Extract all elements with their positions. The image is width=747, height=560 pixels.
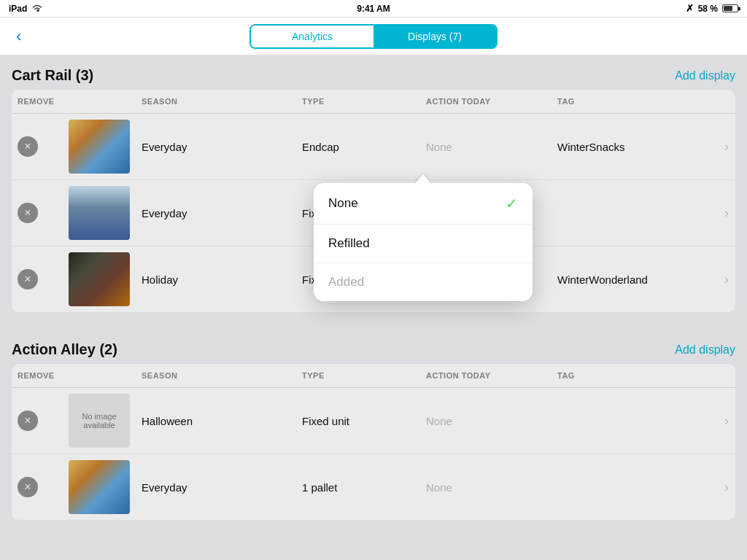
- dropdown-arrow: [414, 174, 432, 184]
- bluetooth-icon: ✗: [686, 3, 694, 14]
- dropdown-item-refilled[interactable]: Refilled: [314, 225, 533, 263]
- dropdown-item-none[interactable]: None ✓: [314, 183, 533, 225]
- check-mark-none: ✓: [506, 195, 518, 212]
- status-time: 9:41 AM: [357, 4, 390, 14]
- status-right: ✗ 58 %: [686, 3, 738, 14]
- tab-displays[interactable]: Displays (7): [374, 26, 496, 47]
- dropdown-label-none: None: [328, 196, 358, 211]
- dim-overlay: [0, 55, 747, 560]
- status-bar: iPad 9:41 AM ✗ 58 %: [0, 0, 747, 18]
- tab-analytics[interactable]: Analytics: [251, 26, 374, 47]
- dropdown-label-refilled: Refilled: [328, 236, 370, 251]
- segmented-control: Analytics Displays (7): [249, 24, 498, 49]
- dropdown-item-added: Added: [314, 263, 533, 301]
- dropdown-popup: None ✓ Refilled Added: [314, 183, 533, 301]
- battery-label: 58 %: [698, 4, 718, 14]
- wifi-icon: [31, 3, 43, 14]
- battery-icon: [722, 4, 738, 12]
- dropdown-label-added: Added: [328, 275, 364, 289]
- back-button[interactable]: ‹: [10, 24, 27, 49]
- device-label: iPad: [9, 4, 27, 14]
- status-left: iPad: [9, 3, 43, 14]
- main-content: Cart Rail (3) Add display REMOVE SEASON …: [0, 55, 747, 560]
- nav-bar: ‹ Analytics Displays (7): [0, 18, 747, 55]
